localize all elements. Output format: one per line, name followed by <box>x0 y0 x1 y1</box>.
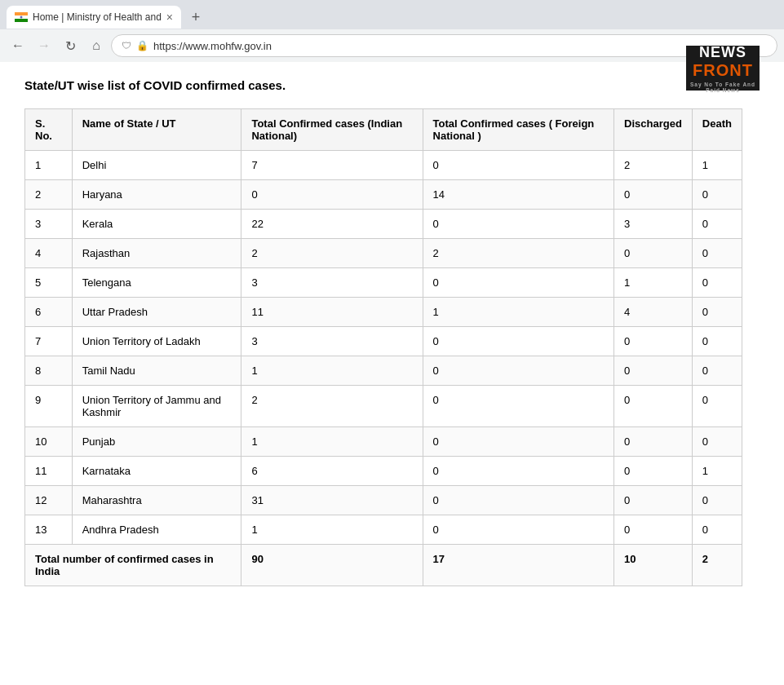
col-header-state: Name of State / UT <box>72 109 241 151</box>
cell-sno: 1 <box>25 151 73 180</box>
tab-close-button[interactable]: × <box>166 11 173 24</box>
cell-indian: 11 <box>241 298 423 327</box>
cell-sno: 6 <box>25 298 73 327</box>
cell-death: 0 <box>692 268 742 298</box>
cell-foreign: 0 <box>423 386 613 427</box>
covid-table: S. No. Name of State / UT Total Confirme… <box>24 108 742 586</box>
total-label: Total number of confirmed cases in India <box>25 545 241 586</box>
cell-state: Maharashtra <box>72 486 241 515</box>
cell-discharged: 0 <box>614 327 693 356</box>
cell-state: Karnataka <box>72 457 241 486</box>
cell-death: 0 <box>692 427 742 457</box>
home-button[interactable]: ⌂ <box>85 34 108 57</box>
address-bar[interactable]: 🛡 🔒 https://www.mohfw.gov.in <box>111 34 777 57</box>
cell-indian: 1 <box>241 427 423 457</box>
cell-death: 1 <box>692 457 742 486</box>
cell-foreign: 0 <box>423 210 613 239</box>
cell-state: Union Territory of Ladakh <box>72 327 241 356</box>
cell-sno: 9 <box>25 386 73 427</box>
cell-discharged: 2 <box>614 151 693 180</box>
total-indian: 90 <box>241 545 423 586</box>
cell-state: Kerala <box>72 210 241 239</box>
col-header-sno: S. No. <box>25 109 73 151</box>
back-button[interactable]: ← <box>7 34 29 57</box>
cell-state: Punjab <box>72 427 241 457</box>
cell-discharged: 3 <box>614 210 693 239</box>
cell-state: Andhra Pradesh <box>72 515 241 545</box>
cell-sno: 4 <box>25 239 73 268</box>
cell-sno: 11 <box>25 457 73 486</box>
cell-indian: 31 <box>241 486 423 515</box>
cell-state: Union Territory of Jammu and Kashmir <box>72 386 241 427</box>
reload-button[interactable]: ↻ <box>59 34 82 57</box>
browser-chrome: Home | Ministry of Health and × + ← → ↻ … <box>0 0 784 62</box>
cell-state: Delhi <box>72 151 241 180</box>
page-heading: State/UT wise list of COVID confirmed ca… <box>24 78 760 92</box>
cell-death: 0 <box>692 327 742 356</box>
new-tab-button[interactable]: + <box>186 7 206 27</box>
shield-icon: 🛡 <box>122 40 131 51</box>
cell-discharged: 4 <box>614 298 693 327</box>
tab-title: Home | Ministry of Health and <box>33 11 162 23</box>
cell-indian: 2 <box>241 239 423 268</box>
total-row: Total number of confirmed cases in India… <box>25 545 742 586</box>
cell-discharged: 0 <box>614 239 693 268</box>
col-header-death: Death <box>692 109 742 151</box>
svg-rect-2 <box>15 19 28 22</box>
favicon <box>15 11 28 24</box>
cell-discharged: 0 <box>614 356 693 386</box>
col-header-discharged: Discharged <box>614 109 693 151</box>
cell-indian: 3 <box>241 268 423 298</box>
cell-state: Telengana <box>72 268 241 298</box>
cell-sno: 8 <box>25 356 73 386</box>
cell-death: 0 <box>692 239 742 268</box>
table-row: 2 Haryana 0 14 0 0 <box>25 180 742 210</box>
cell-indian: 2 <box>241 386 423 427</box>
navigation-bar: ← → ↻ ⌂ 🛡 🔒 https://www.mohfw.gov.in <box>0 29 784 62</box>
cell-indian: 1 <box>241 356 423 386</box>
table-row: 5 Telengana 3 0 1 0 <box>25 268 742 298</box>
cell-state: Tamil Nadu <box>72 356 241 386</box>
cell-death: 1 <box>692 151 742 180</box>
cell-discharged: 0 <box>614 457 693 486</box>
table-row: 11 Karnataka 6 0 0 1 <box>25 457 742 486</box>
cell-sno: 7 <box>25 327 73 356</box>
cell-foreign: 0 <box>423 327 613 356</box>
cell-discharged: 0 <box>614 180 693 210</box>
table-row: 9 Union Territory of Jammu and Kashmir 2… <box>25 386 742 427</box>
active-tab[interactable]: Home | Ministry of Health and × <box>7 6 181 29</box>
cell-foreign: 0 <box>423 486 613 515</box>
cell-state: Rajasthan <box>72 239 241 268</box>
table-header-row: S. No. Name of State / UT Total Confirme… <box>25 109 742 151</box>
col-header-indian: Total Confirmed cases (Indian National) <box>241 109 423 151</box>
table-row: 6 Uttar Pradesh 11 1 4 0 <box>25 298 742 327</box>
table-row: 7 Union Territory of Ladakh 3 0 0 0 <box>25 327 742 356</box>
cell-sno: 5 <box>25 268 73 298</box>
table-row: 1 Delhi 7 0 2 1 <box>25 151 742 180</box>
cell-indian: 7 <box>241 151 423 180</box>
cell-death: 0 <box>692 210 742 239</box>
cell-foreign: 0 <box>423 151 613 180</box>
cell-sno: 10 <box>25 427 73 457</box>
lock-icon: 🔒 <box>136 40 148 51</box>
cell-foreign: 0 <box>423 356 613 386</box>
cell-foreign: 0 <box>423 268 613 298</box>
cell-discharged: 0 <box>614 427 693 457</box>
cell-sno: 2 <box>25 180 73 210</box>
cell-death: 0 <box>692 386 742 427</box>
page-content: State/UT wise list of COVID confirmed ca… <box>0 62 784 603</box>
cell-discharged: 0 <box>614 486 693 515</box>
cell-death: 0 <box>692 180 742 210</box>
cell-indian: 22 <box>241 210 423 239</box>
cell-discharged: 0 <box>614 386 693 427</box>
cell-foreign: 2 <box>423 239 613 268</box>
cell-sno: 13 <box>25 515 73 545</box>
table-row: 8 Tamil Nadu 1 0 0 0 <box>25 356 742 386</box>
cell-state: Uttar Pradesh <box>72 298 241 327</box>
cell-indian: 6 <box>241 457 423 486</box>
cell-foreign: 14 <box>423 180 613 210</box>
cell-sno: 3 <box>25 210 73 239</box>
news-logo-line1: NEWS <box>699 44 746 61</box>
total-death: 2 <box>692 545 742 586</box>
forward-button[interactable]: → <box>33 34 55 57</box>
